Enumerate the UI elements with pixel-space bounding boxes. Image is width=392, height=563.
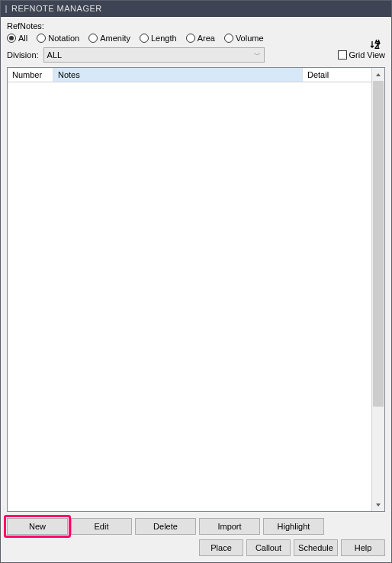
radio-circle-icon bbox=[88, 34, 98, 43]
radio-area[interactable]: Area bbox=[186, 34, 215, 43]
radio-label: Length bbox=[151, 34, 177, 43]
scroll-thumb[interactable] bbox=[373, 81, 384, 407]
svg-text:Z: Z bbox=[374, 41, 380, 50]
checkbox-icon bbox=[338, 50, 347, 60]
place-button[interactable]: Place bbox=[199, 539, 243, 556]
radio-length[interactable]: Length bbox=[140, 34, 177, 43]
button-row-2: Place Callout Schedule Help bbox=[7, 539, 385, 556]
radio-circle-icon bbox=[37, 34, 46, 43]
radio-label: All bbox=[18, 34, 27, 43]
division-selected: ALL bbox=[47, 50, 63, 60]
column-detail[interactable]: Detail bbox=[303, 68, 371, 82]
window-title: REFNOTE MANAGER bbox=[11, 4, 102, 13]
column-number[interactable]: Number bbox=[8, 68, 53, 82]
table-header: Number Notes Detail bbox=[8, 68, 371, 82]
scroll-down-icon[interactable] bbox=[372, 498, 384, 511]
table-body[interactable] bbox=[8, 82, 371, 511]
radio-circle-icon bbox=[7, 34, 16, 43]
division-row: Division: ALL ﹀ Grid View bbox=[7, 47, 385, 63]
content-area: RefNotes: A Z All Notation Amenity Lengt… bbox=[1, 16, 391, 562]
column-notes[interactable]: Notes bbox=[53, 68, 303, 82]
radio-label: Notation bbox=[48, 34, 79, 43]
table-content: Number Notes Detail bbox=[8, 68, 371, 511]
radio-circle-icon bbox=[224, 34, 233, 43]
callout-button[interactable]: Callout bbox=[246, 539, 291, 556]
refnotes-label: RefNotes: bbox=[7, 21, 385, 31]
division-label: Division: bbox=[7, 50, 39, 60]
highlight-button[interactable]: Highlight bbox=[263, 518, 324, 535]
help-button[interactable]: Help bbox=[341, 539, 385, 556]
radio-circle-icon bbox=[140, 34, 149, 43]
radio-label: Area bbox=[198, 34, 215, 43]
scroll-up-icon[interactable] bbox=[372, 68, 384, 81]
grip-icon bbox=[5, 5, 7, 11]
schedule-button[interactable]: Schedule bbox=[294, 539, 338, 556]
radio-label: Volume bbox=[236, 34, 264, 43]
radio-amenity[interactable]: Amenity bbox=[88, 34, 130, 43]
import-button[interactable]: Import bbox=[199, 518, 260, 535]
radio-notation[interactable]: Notation bbox=[37, 34, 79, 43]
scroll-track[interactable] bbox=[372, 81, 384, 498]
radio-label: Amenity bbox=[100, 34, 130, 43]
chevron-down-icon: ﹀ bbox=[254, 50, 261, 60]
vertical-scrollbar[interactable] bbox=[371, 68, 384, 511]
division-dropdown[interactable]: ALL ﹀ bbox=[43, 47, 265, 63]
radio-circle-icon bbox=[186, 34, 195, 43]
edit-button[interactable]: Edit bbox=[71, 518, 132, 535]
new-button[interactable]: New bbox=[7, 518, 68, 535]
button-row-1: New Edit Delete Import Highlight bbox=[7, 518, 385, 535]
radio-all[interactable]: All bbox=[7, 34, 27, 43]
sort-icon[interactable]: A Z bbox=[368, 38, 382, 52]
filter-radio-group: All Notation Amenity Length Area Volume bbox=[7, 34, 385, 43]
delete-button[interactable]: Delete bbox=[135, 518, 196, 535]
radio-volume[interactable]: Volume bbox=[224, 34, 264, 43]
titlebar: REFNOTE MANAGER bbox=[1, 1, 391, 16]
table-container: Number Notes Detail bbox=[7, 67, 385, 512]
